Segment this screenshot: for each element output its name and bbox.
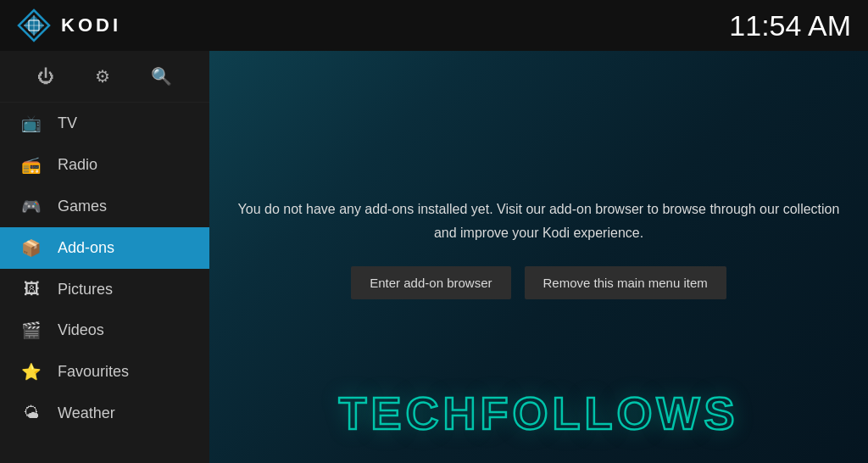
sidebar-item-tv[interactable]: 📺 TV: [0, 103, 209, 144]
sidebar-item-addons[interactable]: 📦 Add-ons: [0, 227, 209, 269]
sidebar-item-weather[interactable]: 🌤 Weather: [0, 393, 209, 433]
no-addons-message: You do not have any add-ons installed ye…: [235, 198, 843, 243]
time-display: 11:54 AM: [729, 9, 851, 42]
sidebar-label-radio: Radio: [58, 156, 97, 174]
radio-icon: 📻: [20, 155, 42, 175]
enter-browser-button[interactable]: Enter add-on browser: [351, 266, 510, 299]
sidebar-label-favourites: Favourites: [58, 363, 129, 381]
tv-icon: 📺: [20, 114, 42, 133]
settings-icon[interactable]: ⚙: [90, 61, 115, 92]
sidebar: ⏻ ⚙ 🔍 📺 TV 📻 Radio 🎮 Games 📦 Add-ons 🖼 P…: [0, 51, 209, 463]
sidebar-item-favourites[interactable]: ⭐ Favourites: [0, 351, 209, 393]
pictures-icon: 🖼: [20, 280, 42, 298]
sidebar-item-radio[interactable]: 📻 Radio: [0, 144, 209, 186]
sidebar-label-addons: Add-ons: [58, 239, 114, 257]
weather-icon: 🌤: [20, 404, 42, 422]
sidebar-label-weather: Weather: [58, 404, 115, 422]
addons-icon: 📦: [20, 238, 42, 258]
power-icon[interactable]: ⏻: [32, 62, 59, 92]
sidebar-label-pictures: Pictures: [58, 281, 113, 298]
watermark-text: TECHFOLLOWS: [339, 387, 739, 439]
sidebar-label-tv: TV: [58, 114, 77, 132]
kodi-logo-icon: [17, 8, 51, 42]
sidebar-item-games[interactable]: 🎮 Games: [0, 186, 209, 227]
games-icon: 🎮: [20, 197, 42, 216]
sidebar-label-games: Games: [58, 198, 107, 215]
remove-menu-item-button[interactable]: Remove this main menu item: [525, 266, 726, 299]
search-icon[interactable]: 🔍: [146, 61, 177, 92]
favourites-icon: ⭐: [20, 362, 42, 382]
logo-area: KODI: [17, 8, 121, 42]
videos-icon: 🎬: [20, 321, 42, 340]
content-area: You do not have any add-ons installed ye…: [209, 51, 868, 463]
sidebar-item-pictures[interactable]: 🖼 Pictures: [0, 269, 209, 310]
sidebar-label-videos: Videos: [58, 321, 104, 339]
app-name: KODI: [61, 14, 121, 36]
top-nav: ⏻ ⚙ 🔍: [0, 51, 209, 103]
button-row: Enter add-on browser Remove this main me…: [351, 266, 726, 299]
sidebar-item-videos[interactable]: 🎬 Videos: [0, 310, 209, 351]
